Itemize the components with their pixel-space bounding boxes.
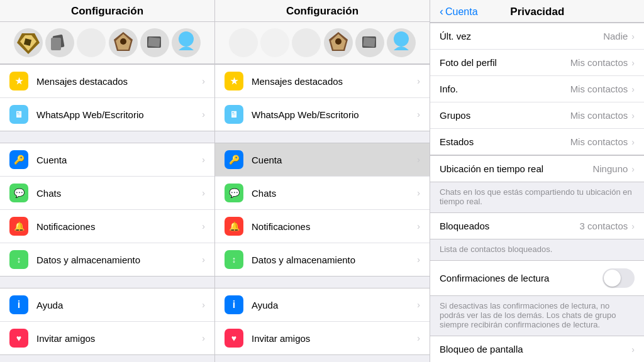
panel-2-title: Configuración xyxy=(215,5,430,18)
avatar-7[interactable] xyxy=(355,28,384,57)
star-icon: ★ xyxy=(9,72,28,90)
chevron-icon: › xyxy=(631,164,635,174)
avatar-ghost-1 xyxy=(77,28,106,57)
svg-rect-15 xyxy=(363,37,375,47)
panel-2-cuenta[interactable]: 🔑 Cuenta › xyxy=(215,143,430,177)
avatar-6[interactable] xyxy=(324,28,353,57)
panel-1: Configuración ★ Mensajes destacados › 🖥 … xyxy=(0,0,215,362)
blocked-item[interactable]: Bloqueados 3 contactos › xyxy=(430,213,644,239)
chevron-icon: › xyxy=(202,255,205,265)
read-receipts-item[interactable]: Confirmaciones de lectura xyxy=(430,261,644,295)
panel-1-datos[interactable]: ↕ Datos y almacenamiento › xyxy=(0,243,214,276)
avatar-1[interactable] xyxy=(14,28,43,57)
avatar-ghost-2 xyxy=(229,28,258,57)
panel-2-web[interactable]: 🖥 WhatsApp Web/Escritorio › xyxy=(215,98,430,131)
info-item[interactable]: Info. Mis contactos › xyxy=(430,76,644,102)
svg-rect-9 xyxy=(148,37,160,47)
panel-2-invite[interactable]: ♥ Invitar amigos › xyxy=(215,322,430,354)
right-detail-panel: ‹ Cuenta Privacidad Últ. vez Nadie › Fot… xyxy=(430,0,644,362)
estados-item[interactable]: Estados Mis contactos › xyxy=(430,129,644,155)
chevron-icon: › xyxy=(202,188,205,198)
panel-1-cuenta[interactable]: 🔑 Cuenta › xyxy=(0,143,214,177)
chevron-icon: › xyxy=(631,137,635,147)
whatsapp-icon: 💬 xyxy=(9,184,28,202)
panel-2-starred[interactable]: ★ Mensajes destacados › xyxy=(215,65,430,98)
chevron-icon: › xyxy=(417,255,420,265)
chevron-icon: › xyxy=(417,221,420,231)
panel-2: Configuración ★ Mensajes destacados › 🖥 … xyxy=(215,0,430,362)
avatar-ghost-3 xyxy=(260,28,289,57)
blocked-desc: Lista de contactos bloqueados. xyxy=(430,239,644,260)
chevron-icon: › xyxy=(202,109,205,119)
chevron-icon: › xyxy=(417,300,420,310)
avatar-3[interactable] xyxy=(109,28,138,57)
chevron-icon: › xyxy=(202,221,205,231)
grupos-item[interactable]: Grupos Mis contactos › xyxy=(430,102,644,129)
screen-lock-item[interactable]: Bloqueo de pantalla › xyxy=(430,336,644,362)
panel-1-title: Configuración xyxy=(0,5,214,18)
read-receipts-toggle[interactable] xyxy=(602,268,635,288)
chevron-icon: › xyxy=(202,333,205,343)
monitor-icon-2: 🖥 xyxy=(225,105,243,124)
privacy-items-section: Últ. vez Nadie › Foto del perfil Mis con… xyxy=(430,23,644,155)
location-item[interactable]: Ubicación en tiempo real Ninguno › xyxy=(430,156,644,182)
arrows-icon: ↕ xyxy=(9,250,28,269)
svg-point-7 xyxy=(120,38,126,45)
panel-2-chats[interactable]: 💬 Chats › xyxy=(215,177,430,210)
key-icon-2: 🔑 xyxy=(225,150,243,169)
right-panel-header: ‹ Cuenta Privacidad xyxy=(430,0,644,23)
panel-2-section3: i Ayuda › ♥ Invitar amigos › xyxy=(215,288,430,355)
read-receipts-desc: Si desactivas las confirmaciones de lect… xyxy=(430,296,644,336)
svg-point-16 xyxy=(394,31,409,47)
panel-2-section2: 🔑 Cuenta › 💬 Chats › 🔔 Notificaciones › … xyxy=(215,143,430,277)
location-section: Ubicación en tiempo real Ninguno › xyxy=(430,155,644,182)
blocked-section: Bloqueados 3 contactos › xyxy=(430,212,644,239)
avatar-2[interactable] xyxy=(45,28,74,57)
monitor-icon: 🖥 xyxy=(9,105,28,124)
whatsapp-icon-2: 💬 xyxy=(225,184,243,202)
right-panel-title: Privacidad xyxy=(510,6,564,18)
back-button[interactable]: ‹ Cuenta xyxy=(440,5,478,18)
panel-1-section3: i Ayuda › ♥ Invitar amigos › xyxy=(0,288,214,355)
svg-rect-4 xyxy=(51,38,61,50)
chevron-icon: › xyxy=(417,109,420,119)
chevron-left-icon: ‹ xyxy=(440,5,443,18)
screen-lock-section: Bloqueo de pantalla › xyxy=(430,336,644,362)
chevron-icon: › xyxy=(631,111,635,121)
panel-1-section2: 🔑 Cuenta › 💬 Chats › 🔔 Notificaciones › … xyxy=(0,143,214,277)
chevron-icon: › xyxy=(631,84,635,94)
chevron-icon: › xyxy=(202,155,205,165)
bell-icon-2: 🔔 xyxy=(225,217,243,236)
avatar-row-2 xyxy=(215,22,430,64)
chevron-icon: › xyxy=(202,300,205,310)
arrows-icon-2: ↕ xyxy=(225,250,243,269)
panel-2-notif[interactable]: 🔔 Notificaciones › xyxy=(215,210,430,243)
chevron-icon: › xyxy=(631,221,635,231)
chevron-icon: › xyxy=(417,76,420,86)
foto-perfil-item[interactable]: Foto del perfil Mis contactos › xyxy=(430,50,644,76)
avatar-4[interactable] xyxy=(140,28,169,57)
panel-1-section1: ★ Mensajes destacados › 🖥 WhatsApp Web/E… xyxy=(0,64,214,131)
panel-2-datos[interactable]: ↕ Datos y almacenamiento › xyxy=(215,243,430,276)
chevron-icon: › xyxy=(631,58,635,68)
avatar-5[interactable] xyxy=(172,28,201,57)
avatar-8[interactable] xyxy=(387,28,416,57)
svg-point-10 xyxy=(179,31,194,47)
panel-2-section1: ★ Mensajes destacados › 🖥 WhatsApp Web/E… xyxy=(215,64,430,131)
panel-2-ayuda[interactable]: i Ayuda › xyxy=(215,288,430,322)
chevron-icon: › xyxy=(631,31,635,41)
panel-1-chats[interactable]: 💬 Chats › xyxy=(0,177,214,210)
back-label: Cuenta xyxy=(445,6,478,18)
svg-point-13 xyxy=(335,38,341,45)
panel-1-notif[interactable]: 🔔 Notificaciones › xyxy=(0,210,214,243)
panel-1-web[interactable]: 🖥 WhatsApp Web/Escritorio › xyxy=(0,98,214,131)
info-icon: i xyxy=(9,295,28,314)
panel-1-header: Configuración xyxy=(0,0,214,22)
avatar-row-1 xyxy=(0,22,214,64)
panel-1-ayuda[interactable]: i Ayuda › xyxy=(0,288,214,322)
star-icon-2: ★ xyxy=(225,72,243,90)
ult-vez-item[interactable]: Últ. vez Nadie › xyxy=(430,23,644,50)
panel-1-starred[interactable]: ★ Mensajes destacados › xyxy=(0,65,214,98)
chevron-icon: › xyxy=(631,344,635,354)
panel-1-invite[interactable]: ♥ Invitar amigos › xyxy=(0,322,214,354)
